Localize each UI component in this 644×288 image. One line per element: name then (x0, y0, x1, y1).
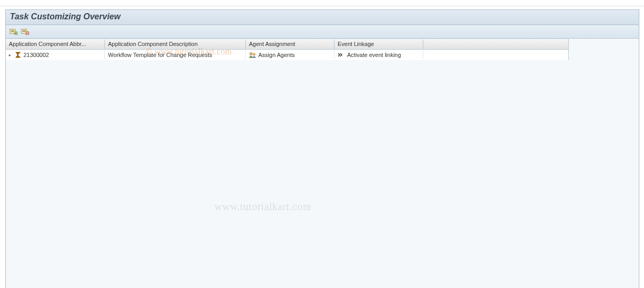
svg-rect-10 (27, 33, 28, 33)
agent-assignment-icon (249, 52, 256, 58)
svg-rect-2 (11, 31, 14, 32)
column-header-agent[interactable]: Agent Assignment (246, 39, 335, 50)
cell-filler (423, 54, 568, 56)
column-header-abbr[interactable]: Application Component Abbr... (6, 39, 105, 50)
cell-desc: Workflow Template for Change Requests (105, 51, 246, 59)
tree-collapse-icon (21, 28, 29, 36)
tree-leaf-icon: ▸ (9, 53, 13, 57)
svg-rect-5 (16, 32, 16, 34)
collapse-all-button[interactable] (20, 28, 30, 36)
cell-desc-text: Workflow Template for Change Requests (108, 52, 212, 58)
window-divider (0, 3, 644, 6)
panel-title: Task Customizing Overview (6, 10, 639, 25)
cell-agent[interactable]: Assign Agents (246, 51, 335, 59)
event-linkage-icon (338, 52, 345, 57)
svg-rect-8 (22, 31, 26, 32)
svg-rect-7 (22, 30, 26, 31)
watermark-mid: www.tutorialkart.com (214, 201, 311, 213)
cell-event[interactable]: Activate event linking (335, 51, 423, 59)
alv-grid: Application Component Abbr... Applicatio… (6, 39, 569, 60)
grid-body: ▸ 21300002 Workflow Template for Change … (6, 50, 568, 60)
sigma-icon (15, 52, 21, 58)
cell-abbr-text: 21300002 (23, 52, 49, 58)
grid-header-row: Application Component Abbr... Applicatio… (6, 39, 568, 50)
column-header-event[interactable]: Event Linkage (335, 39, 423, 50)
task-customizing-panel: Task Customizing Overview (5, 9, 639, 288)
cell-event-text: Activate event linking (347, 52, 401, 58)
grid-area: Application Component Abbr... Applicatio… (6, 39, 639, 288)
cell-agent-text: Assign Agents (258, 52, 295, 58)
cell-abbr[interactable]: ▸ 21300002 (6, 51, 105, 59)
svg-rect-1 (11, 30, 14, 31)
svg-point-11 (250, 53, 253, 55)
expand-all-button[interactable] (9, 28, 18, 36)
column-header-filler (423, 39, 568, 50)
svg-point-12 (253, 53, 255, 55)
column-header-desc[interactable]: Application Component Description (105, 39, 246, 50)
tree-expand-icon (9, 28, 18, 36)
grid-row[interactable]: ▸ 21300002 Workflow Template for Change … (6, 50, 568, 60)
panel-toolbar (6, 25, 639, 39)
